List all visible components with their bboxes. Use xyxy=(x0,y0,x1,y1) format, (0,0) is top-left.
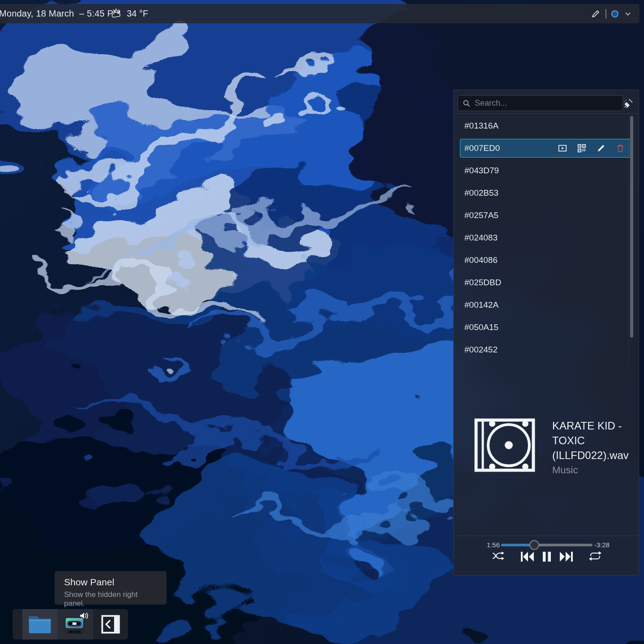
repeat-icon[interactable] xyxy=(588,551,602,561)
clock-widget[interactable]: Monday, 18 March – 5:45 PM xyxy=(0,9,121,19)
search-input[interactable] xyxy=(475,99,618,108)
color-swatch-icon[interactable] xyxy=(611,10,618,17)
qr-code-icon[interactable] xyxy=(577,143,587,153)
clipboard-item-label: #043D79 xyxy=(464,166,499,176)
seek-row: 1:56 -3:28 xyxy=(454,540,639,550)
clipboard-item-label: #01316A xyxy=(464,121,498,131)
media-text: KARATE KID - TOXIC (ILLFD022).wav Music xyxy=(552,418,631,477)
blue-folder-icon xyxy=(27,614,53,635)
top-panel: Monday, 18 March – 5:45 PM 34 °F xyxy=(0,4,640,23)
search-row xyxy=(454,90,639,114)
tooltip-title: Show Panel xyxy=(64,577,157,588)
desktop: Monday, 18 March – 5:45 PM 34 °F xyxy=(0,0,644,644)
delete-icon[interactable] xyxy=(615,143,625,153)
clipboard-popup: #01316A xyxy=(453,90,639,575)
clipboard-item-label: #002452 xyxy=(464,345,498,355)
weather-widget[interactable]: 34 °F xyxy=(111,8,148,20)
pause-icon[interactable] xyxy=(542,551,552,562)
clipboard-item[interactable]: #007ED0 xyxy=(460,139,632,158)
album-disc-icon xyxy=(474,418,535,472)
skip-forward-icon[interactable] xyxy=(559,551,574,562)
taskbar-item-audio-player[interactable] xyxy=(58,609,93,640)
pen-icon[interactable] xyxy=(591,9,601,19)
player-controls: 1:56 -3:28 xyxy=(454,536,639,576)
clipboard-item[interactable]: #004086 xyxy=(460,249,632,271)
topbar-separator xyxy=(605,9,606,19)
media-title: KARATE KID - TOXIC (ILLFD022).wav xyxy=(552,418,631,463)
clipboard-item[interactable]: #050A15 xyxy=(460,316,632,339)
search-box[interactable] xyxy=(458,95,623,111)
scrollbar-track xyxy=(628,115,629,364)
taskbar-item-show-panel[interactable] xyxy=(93,609,128,640)
edit-icon[interactable] xyxy=(596,143,606,153)
clipboard-item-label: #0257A5 xyxy=(464,210,498,220)
shuffle-icon[interactable] xyxy=(492,551,505,561)
clipboard-item-label: #004086 xyxy=(464,255,498,265)
media-subtitle: Music xyxy=(552,464,631,477)
broom-icon[interactable] xyxy=(623,98,634,109)
search-icon xyxy=(462,99,471,108)
clipboard-item-label: #024083 xyxy=(464,233,498,243)
clipboard-item-label: #00142A xyxy=(464,300,498,310)
seek-slider[interactable] xyxy=(501,544,592,546)
clipboard-item-label: #007ED0 xyxy=(464,143,500,153)
clipboard-item[interactable]: #002B53 xyxy=(460,182,632,204)
skip-backward-icon[interactable] xyxy=(520,551,534,562)
clipboard-item-label: #002B53 xyxy=(464,188,498,198)
invoke-action-icon[interactable] xyxy=(558,143,567,153)
clipboard-item-label: #050A15 xyxy=(464,322,498,332)
panel-toggle-icon xyxy=(101,614,120,634)
clipboard-item[interactable]: #00142A xyxy=(460,294,632,316)
cassette-icon xyxy=(61,612,89,637)
clipboard-item-actions xyxy=(558,143,628,153)
chevron-down-icon[interactable] xyxy=(623,9,632,18)
tooltip-subtitle: Show the hidden right panel. xyxy=(64,590,157,608)
tooltip: Show Panel Show the hidden right panel. xyxy=(55,571,167,605)
topbar-right-icons xyxy=(591,9,632,19)
seek-slider-handle[interactable] xyxy=(529,540,539,550)
clipboard-item[interactable]: #043D79 xyxy=(460,159,632,182)
taskbar-item-file-manager[interactable] xyxy=(22,609,57,640)
sun-behind-cloud-icon xyxy=(111,8,123,20)
clipboard-item[interactable]: #025DBD xyxy=(460,271,632,294)
media-info: KARATE KID - TOXIC (ILLFD022).wav Music xyxy=(474,418,631,477)
time-elapsed: 1:56 xyxy=(478,541,500,549)
clipboard-item[interactable]: #0257A5 xyxy=(460,204,632,227)
clipboard-item[interactable]: #002452 xyxy=(460,339,632,355)
clipboard-item[interactable]: #01316A xyxy=(460,115,632,137)
clipboard-item[interactable]: #024083 xyxy=(460,227,632,249)
taskbar xyxy=(13,609,128,640)
time-remaining: -3:28 xyxy=(594,541,610,549)
weather-temp: 34 °F xyxy=(127,9,148,19)
scrollbar-handle[interactable] xyxy=(630,116,633,338)
clipboard-item-label: #025DBD xyxy=(464,278,501,288)
clipboard-list: #01316A xyxy=(454,115,639,355)
